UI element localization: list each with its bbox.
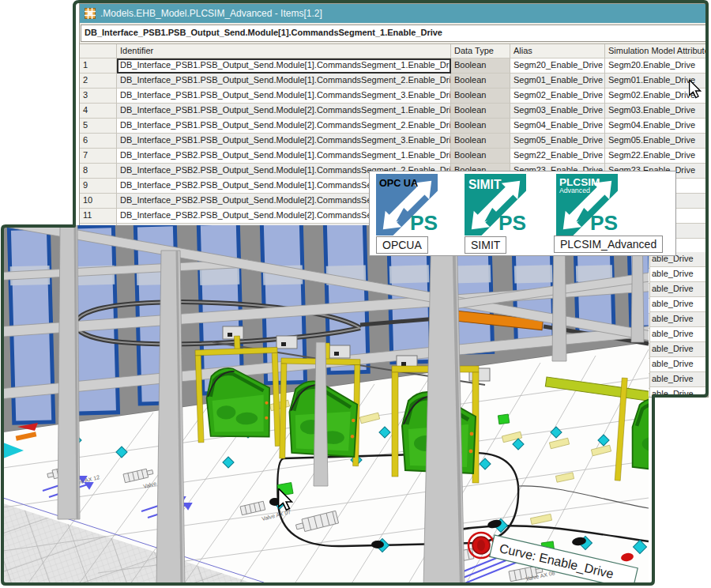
column-header-datatype[interactable]: Data Type <box>451 44 510 58</box>
row-number-cell[interactable]: 3 <box>80 89 117 104</box>
sim-model-attribute-cell[interactable]: Segm04.Enable_Drive <box>605 119 708 134</box>
screenshot-canvas: .Models.EHB_Model.PLCSIM_Advanced - Item… <box>0 0 711 588</box>
table-grid-icon <box>85 8 96 19</box>
column-header-identifier[interactable]: Identifier <box>117 44 451 58</box>
clipped-attribute-cell[interactable]: able_Drive <box>649 387 706 398</box>
datatype-cell[interactable]: Boolean <box>451 89 510 104</box>
plcsim-logo-ps: PS <box>590 211 618 235</box>
simit-logo-ps: PS <box>498 211 526 235</box>
plant-3d-viewport[interactable]: Valve AX 12 Valve AX 06 Valve AX 07 Valv… <box>3 225 649 585</box>
sim-model-attribute-cell[interactable]: Segm20.Enable_Drive <box>605 58 708 74</box>
row-number-cell[interactable]: 9 <box>80 179 117 194</box>
interface-logos-panel: OPC UA PS OPCUA SIMIT PS SIMIT PLCSIM Ad… <box>369 171 676 256</box>
table-row[interactable]: 7DB_Interface_PSB2.PSB_Output_Send.Modul… <box>80 149 708 164</box>
simit-logo-text: SIMIT <box>468 178 502 191</box>
clipped-attribute-cell[interactable]: able_Drive <box>649 267 706 282</box>
table-row[interactable]: 3DB_Interface_PSB1.PSB_Output_Send.Modul… <box>80 89 708 104</box>
clipped-attribute-column: able_Driveable_Driveable_Driveable_Drive… <box>649 252 706 398</box>
row-number-cell[interactable]: 1 <box>80 58 117 74</box>
row-number-cell[interactable]: 2 <box>80 74 117 89</box>
row-number-cell[interactable]: 5 <box>80 119 117 134</box>
identifier-cell[interactable]: DB_Interface_PSB1.PSB_Output_Send.Module… <box>117 74 451 89</box>
clipped-attribute-cell[interactable]: able_Drive <box>649 312 706 327</box>
datatype-cell[interactable]: Boolean <box>451 58 510 74</box>
plcsim-advanced-logo: PLCSIM Advanced PS <box>556 174 618 236</box>
datatype-cell[interactable]: Boolean <box>451 134 510 149</box>
opcua-label: OPCUA <box>376 236 428 254</box>
sim-model-attribute-cell[interactable]: Segm05.Enable_Drive <box>605 134 708 149</box>
row-number-cell[interactable]: 10 <box>80 194 117 209</box>
datatype-cell[interactable]: Boolean <box>451 119 510 134</box>
table-row[interactable]: 4DB_Interface_PSB1.PSB_Output_Send.Modul… <box>80 104 708 119</box>
clipped-attribute-cell[interactable]: able_Drive <box>649 357 706 372</box>
opcua-logo: OPC UA PS <box>376 174 438 236</box>
alias-cell[interactable]: Segm01_Enable_Drive <box>510 74 605 89</box>
clipped-attribute-cell[interactable]: able_Drive <box>649 327 706 342</box>
plcsim-logo-text: PLCSIM <box>559 176 600 188</box>
identifier-cell[interactable]: DB_Interface_PSB1.PSB_Output_Send.Module… <box>117 58 451 74</box>
plcsim-logo-subtext: Advanced <box>559 187 590 194</box>
table-row[interactable]: 1DB_Interface_PSB1.PSB_Output_Send.Modul… <box>80 58 708 74</box>
sim-model-attribute-cell[interactable]: Segm01.Enable_Drive <box>605 74 708 89</box>
identifier-cell[interactable]: DB_Interface_PSB1.PSB_Output_Send.Module… <box>117 134 451 149</box>
path-field[interactable]: DB_Interface_PSB1.PSB_Output_Send.Module… <box>81 24 707 42</box>
table-row[interactable]: 2DB_Interface_PSB1.PSB_Output_Send.Modul… <box>80 74 708 89</box>
row-number-cell[interactable]: 6 <box>80 134 117 149</box>
datatype-cell[interactable]: Boolean <box>451 74 510 89</box>
identifier-cell[interactable]: DB_Interface_PSB2.PSB_Output_Send.Module… <box>117 149 451 164</box>
plant-3d-scene: Valve AX 12 Valve AX 06 Valve AX 07 Valv… <box>3 225 649 585</box>
identifier-cell[interactable]: DB_Interface_PSB1.PSB_Output_Send.Module… <box>117 89 451 104</box>
identifier-cell[interactable]: DB_Interface_PSB1.PSB_Output_Send.Module… <box>117 104 451 119</box>
clipped-attribute-cell[interactable]: able_Drive <box>649 372 706 387</box>
alias-cell[interactable]: Segm22_Enable_Drive <box>510 149 605 164</box>
opcua-logo-text: OPC UA <box>379 178 418 189</box>
clipped-attribute-cell[interactable]: able_Drive <box>649 297 706 312</box>
row-number-cell[interactable]: 4 <box>80 104 117 119</box>
clipped-attribute-cell[interactable]: able_Drive <box>649 342 706 357</box>
row-number-cell[interactable]: 11 <box>80 209 117 224</box>
start-button-inner <box>477 540 485 551</box>
table-header-row: Identifier Data Type Alias Simulation Mo… <box>80 43 708 58</box>
datatype-cell[interactable]: Boolean <box>451 104 510 119</box>
alias-cell[interactable]: Segm04_Enable_Drive <box>510 119 605 134</box>
plcsim-advanced-label: PLCSIM_Advanced <box>554 236 663 253</box>
clipped-attribute-cell[interactable]: able_Drive <box>649 282 706 297</box>
table-row[interactable]: 6DB_Interface_PSB1.PSB_Output_Send.Modul… <box>80 134 708 149</box>
row-number-cell[interactable]: 8 <box>80 164 117 179</box>
alias-cell[interactable]: Segm03_Enable_Drive <box>510 104 605 119</box>
row-number-cell[interactable]: 7 <box>80 149 117 164</box>
window-titlebar: .Models.EHB_Model.PLCSIM_Advanced - Item… <box>80 4 708 23</box>
alias-cell[interactable]: Segm02_Enable_Drive <box>510 89 605 104</box>
opcua-logo-ps: PS <box>410 211 438 235</box>
identifier-cell[interactable]: DB_Interface_PSB1.PSB_Output_Send.Module… <box>117 119 451 134</box>
sim-model-attribute-cell[interactable]: Segm02.Enable_Drive <box>605 89 708 104</box>
column-header-rownum[interactable] <box>80 44 117 58</box>
simit-logo: SIMIT PS <box>465 174 526 236</box>
sim-model-attribute-cell[interactable]: Segm03.Enable_Drive <box>605 104 708 119</box>
datatype-cell[interactable]: Boolean <box>451 149 510 164</box>
window-title: .Models.EHB_Model.PLCSIM_Advanced - Item… <box>100 8 322 19</box>
alias-cell[interactable]: Segm20_Enable_Drive <box>510 58 605 74</box>
sim-model-attribute-cell[interactable]: Segm22.Enable_Drive <box>605 149 708 164</box>
alias-cell[interactable]: Segm05_Enable_Drive <box>510 134 605 149</box>
column-header-sim-model-attribute[interactable]: Simulation Model Attribute <box>605 44 708 58</box>
column-header-alias[interactable]: Alias <box>510 44 605 58</box>
simit-label: SIMIT <box>465 236 506 254</box>
table-row[interactable]: 5DB_Interface_PSB1.PSB_Output_Send.Modul… <box>80 119 708 134</box>
